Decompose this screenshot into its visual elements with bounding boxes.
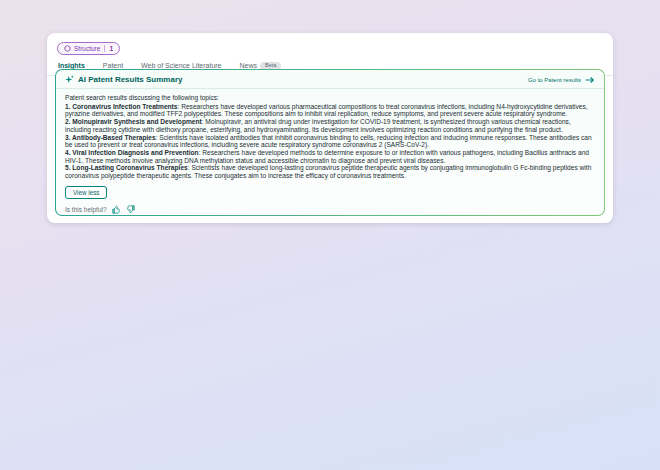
topic-item: 1. Coronavirus Infection Treatments: Res… <box>65 103 595 118</box>
topic-item: 3. Antibody-Based Therapies: Scientists … <box>65 134 595 149</box>
chip-divider <box>104 45 105 52</box>
chip-label: Structure <box>74 45 100 52</box>
ai-summary-body: Patent search results discussing the fol… <box>56 89 604 199</box>
topic-item: 2. Molnupiravir Synthesis and Developmen… <box>65 118 595 133</box>
arrow-right-icon <box>585 76 595 84</box>
summary-intro: Patent search results discussing the fol… <box>65 94 595 102</box>
topic-title: 2. Molnupiravir Synthesis and Developmen… <box>65 118 202 125</box>
ai-summary-card: AI Patent Results Summary Go to Patent r… <box>56 70 604 215</box>
app-background: { "colors": { "accent_teal": "#00847c", … <box>0 0 660 470</box>
go-to-patent-results-link[interactable]: Go to Patent results <box>528 76 595 84</box>
thumbs-down-icon[interactable] <box>126 205 135 214</box>
thumbs-up-icon[interactable] <box>112 205 121 214</box>
topic-title: 3. Antibody-Based Therapies <box>65 134 156 141</box>
ai-summary-title-group: AI Patent Results Summary <box>65 75 182 84</box>
helpful-label: Is this helpful? <box>65 206 107 213</box>
results-panel: Structure 1 Insights Patent Web of Scien… <box>47 33 613 223</box>
structure-query-chip[interactable]: Structure 1 <box>57 42 120 55</box>
ai-summary-card-border: AI Patent Results Summary Go to Patent r… <box>55 69 605 216</box>
topic-title: 5. Long-Lasting Coronavirus Therapies <box>65 164 188 171</box>
topic-title: 4. Viral Infection Diagnosis and Prevent… <box>65 149 199 156</box>
query-chip-row: Structure 1 <box>47 33 613 59</box>
topic-item: 5. Long-Lasting Coronavirus Therapies: S… <box>65 164 595 179</box>
topic-item: 4. Viral Infection Diagnosis and Prevent… <box>65 149 595 164</box>
go-link-label: Go to Patent results <box>528 77 581 83</box>
ai-summary-title: AI Patent Results Summary <box>78 75 182 84</box>
ai-sparkle-icon <box>65 75 74 84</box>
structure-icon <box>64 45 71 52</box>
ai-summary-header: AI Patent Results Summary Go to Patent r… <box>56 70 604 89</box>
feedback-row: Is this helpful? <box>65 205 595 214</box>
chip-count: 1 <box>109 45 113 52</box>
view-less-button[interactable]: View less <box>65 186 107 199</box>
topic-title: 1. Coronavirus Infection Treatments <box>65 103 178 110</box>
